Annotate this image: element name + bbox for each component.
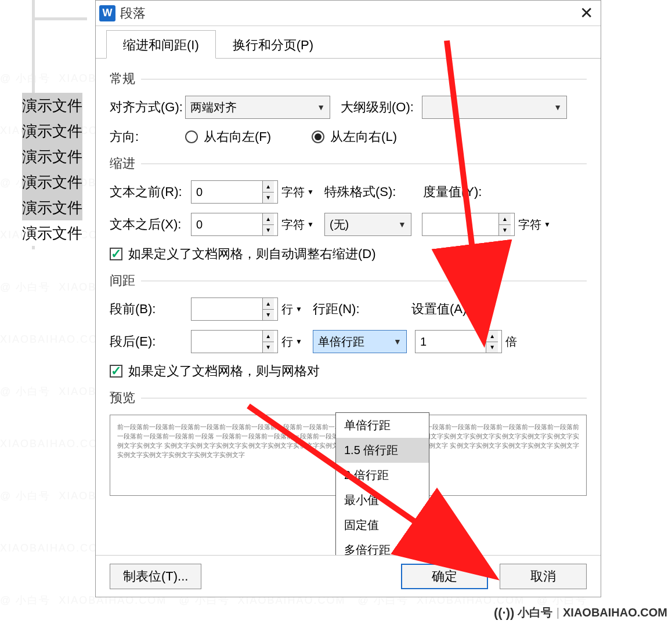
credit-url: XIAOBAIHAO.COM — [563, 606, 667, 619]
section-general-label: 常规 — [110, 70, 135, 88]
divider-icon — [141, 281, 587, 281]
direction-ltr-radio[interactable]: 从左向右(L) — [312, 128, 397, 146]
indent-after-input[interactable] — [195, 217, 262, 232]
section-indent-label: 缩进 — [110, 155, 135, 172]
broadcast-icon: ((·)) — [494, 605, 514, 621]
selected-line: 演示文件 — [22, 220, 82, 246]
outline-level-combo[interactable]: ▼ — [422, 96, 567, 119]
tab-strip: 缩进和间距(I) 换行和分页(P) — [96, 26, 601, 59]
line-spacing-option[interactable]: 2 倍行距 — [336, 463, 429, 488]
document-selection[interactable]: 演示文件 演示文件 演示文件 演示文件 演示文件 演示文件 — [22, 93, 82, 246]
chevron-down-icon[interactable]: ▼ — [295, 305, 302, 313]
line-spacing-label: 行距(N): — [313, 300, 377, 318]
indent-before-input[interactable] — [195, 185, 262, 199]
close-button[interactable]: ✕ — [572, 1, 601, 26]
radio-checked-icon — [312, 130, 324, 143]
ok-button[interactable]: 确定 — [401, 564, 488, 589]
measure-spinner[interactable]: ▲▼ — [422, 213, 515, 236]
space-after-spinner[interactable]: ▲▼ — [191, 330, 278, 353]
section-spacing: 间距 — [110, 272, 587, 289]
section-preview-label: 预览 — [110, 389, 135, 407]
section-spacing-label: 间距 — [110, 272, 135, 289]
auto-indent-checkbox[interactable]: ✓ 如果定义了文档网格，则自动调整右缩进(D) — [110, 245, 376, 263]
selected-line: 演示文件 — [22, 118, 82, 144]
indent-before-label: 文本之前(R): — [110, 183, 191, 201]
dialog-body: 常规 对齐方式(G): 两端对齐 ▼ 大纲级别(O): ▼ 方向: 从右向左(F… — [96, 59, 601, 555]
chevron-down-icon[interactable]: ▼ — [544, 220, 551, 228]
snap-grid-checkbox[interactable]: ✓ 如果定义了文档网格，则与网格对 — [110, 362, 320, 380]
unit-label: 倍 — [505, 334, 517, 350]
checkbox-checked-icon: ✓ — [110, 365, 122, 378]
space-before-label: 段前(B): — [110, 300, 191, 318]
space-after-input[interactable] — [195, 335, 262, 349]
app-icon: W — [99, 5, 115, 21]
chevron-down-icon[interactable]: ▼ — [295, 338, 302, 346]
line-spacing-option[interactable]: 多倍行距 — [336, 538, 429, 555]
line-spacing-option[interactable]: 1.5 倍行距 — [336, 438, 429, 463]
spinner-icon[interactable]: ▲▼ — [262, 181, 274, 203]
set-value-input[interactable] — [419, 335, 486, 349]
space-before-input[interactable] — [195, 302, 262, 317]
line-spacing-combo[interactable]: 单倍行距 ▼ — [313, 330, 407, 353]
spinner-icon[interactable]: ▲▼ — [262, 298, 274, 320]
spinner-icon[interactable]: ▲▼ — [262, 213, 274, 235]
line-spacing-dropdown[interactable]: 单倍行距 1.5 倍行距 2 倍行距 最小值 固定值 多倍行距 — [335, 412, 429, 555]
spinner-icon[interactable]: ▲▼ — [498, 213, 511, 235]
cancel-button[interactable]: 取消 — [500, 564, 587, 589]
line-spacing-option[interactable]: 最小值 — [336, 488, 429, 513]
section-general: 常规 — [110, 70, 587, 88]
line-spacing-option[interactable]: 固定值 — [336, 513, 429, 538]
tab-line-page-break[interactable]: 换行和分页(P) — [216, 30, 330, 59]
chevron-down-icon: ▼ — [393, 329, 402, 354]
spinner-icon[interactable]: ▲▼ — [486, 331, 497, 353]
alignment-combo[interactable]: 两端对齐 ▼ — [185, 96, 330, 119]
direction-ltr-label: 从左向右(L) — [330, 128, 397, 146]
auto-indent-label: 如果定义了文档网格，则自动调整右缩进(D) — [128, 245, 376, 263]
unit-label: 行 — [281, 302, 293, 317]
special-indent-label: 特殊格式(S): — [324, 183, 406, 201]
selected-line: 演示文件 — [22, 93, 82, 118]
chevron-down-icon[interactable]: ▼ — [307, 220, 314, 228]
tab-indent-spacing[interactable]: 缩进和间距(I) — [106, 30, 216, 59]
checkbox-checked-icon: ✓ — [110, 248, 122, 260]
outline-label: 大纲级别(O): — [341, 99, 422, 116]
section-preview: 预览 — [110, 389, 587, 407]
chevron-down-icon: ▼ — [398, 220, 406, 229]
selected-line: 演示文件 — [22, 144, 82, 169]
set-value-spinner[interactable]: ▲▼ — [415, 330, 502, 353]
selected-line: 演示文件 — [22, 169, 82, 195]
direction-rtl-radio[interactable]: 从右向左(F) — [185, 128, 271, 146]
unit-label: 字符 — [281, 217, 305, 233]
indent-after-label: 文本之后(X): — [110, 216, 191, 233]
measure-input[interactable] — [426, 217, 498, 232]
chevron-down-icon: ▼ — [317, 103, 325, 112]
page-margin-top — [32, 17, 87, 20]
radio-icon — [185, 130, 198, 143]
measure-label: 度量值(Y): — [423, 183, 493, 201]
special-indent-value: (无) — [330, 217, 349, 233]
credit-name: 小白号 — [518, 605, 552, 621]
indent-before-spinner[interactable]: ▲▼ — [191, 180, 278, 204]
dialog-footer: 制表位(T)... 确定 取消 — [96, 555, 601, 597]
divider-icon — [141, 164, 587, 164]
section-indent: 缩进 — [110, 155, 587, 172]
space-before-spinner[interactable]: ▲▼ — [191, 298, 278, 321]
unit-label: 字符 — [281, 184, 305, 200]
titlebar[interactable]: W 段落 ✕ — [96, 1, 601, 26]
spinner-icon[interactable]: ▲▼ — [262, 331, 274, 353]
special-indent-combo[interactable]: (无) ▼ — [324, 213, 411, 236]
direction-label: 方向: — [110, 128, 185, 146]
divider-icon — [141, 398, 587, 398]
unit-label: 字符 — [518, 217, 541, 233]
tabstops-button[interactable]: 制表位(T)... — [110, 564, 201, 589]
credit-badge: ((·)) 小白号 | XIAOBAIHAO.COM — [494, 605, 667, 621]
line-spacing-value: 单倍行距 — [318, 329, 364, 354]
chevron-down-icon[interactable]: ▼ — [307, 188, 314, 196]
indent-after-spinner[interactable]: ▲▼ — [191, 213, 278, 236]
direction-rtl-label: 从右向左(F) — [204, 128, 271, 146]
line-spacing-option[interactable]: 单倍行距 — [336, 413, 429, 438]
dialog-title: 段落 — [120, 5, 572, 22]
chevron-down-icon: ▼ — [554, 103, 562, 112]
alignment-label: 对齐方式(G): — [110, 99, 185, 116]
divider-icon — [141, 79, 587, 79]
